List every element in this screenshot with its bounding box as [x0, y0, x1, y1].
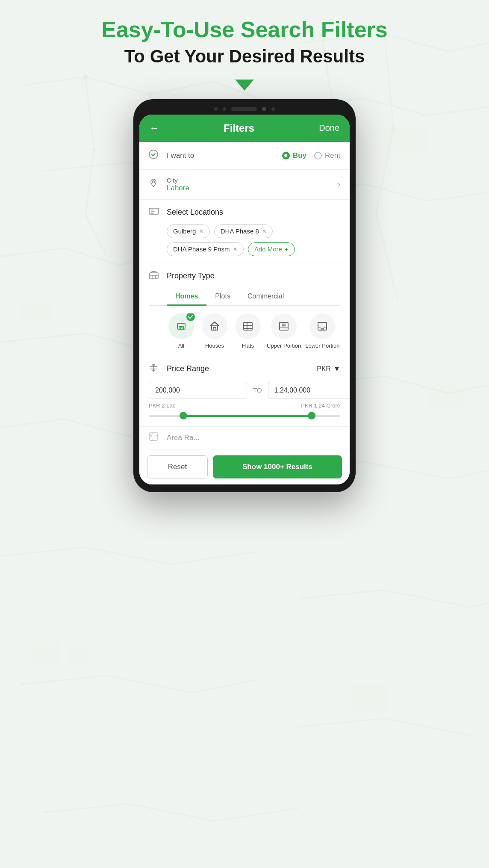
location-tags: Gulberg × DHA Phase 8 × DHA Phase 9 Pris… — [149, 224, 340, 256]
property-icons-list: All Houses — [149, 313, 340, 349]
price-sublabels: PKR 2 Lac PKR 1.24 Crore — [149, 402, 340, 409]
locations-icon — [149, 207, 161, 218]
want-to-label: I want to — [167, 151, 282, 160]
prop-icon-flats-circle — [235, 313, 261, 339]
notch-dot-2 — [223, 107, 226, 111]
phone-screen: ← Filters Done I want to Buy — [139, 115, 350, 484]
rent-radio-dot — [314, 152, 322, 159]
all-check-badge — [186, 313, 195, 321]
tag-label: Gulberg — [173, 227, 196, 235]
price-header-left: Price Range — [149, 363, 209, 375]
svg-rect-16 — [150, 273, 158, 279]
filter-title: Filters — [224, 122, 254, 134]
page-headline: Easy-To-Use Search Filters — [101, 17, 388, 43]
prop-label-all: All — [178, 342, 184, 349]
add-more-label: Add More — [254, 245, 282, 253]
show-results-button[interactable]: Show 1000+ Results — [213, 455, 342, 478]
location-tag-dha9[interactable]: DHA Phase 9 Prism × — [167, 242, 244, 256]
notch-dot-1 — [214, 107, 218, 111]
price-to-input[interactable] — [268, 382, 350, 399]
phone-notch — [139, 107, 350, 111]
svg-rect-15 — [149, 208, 159, 214]
property-type-title: Property Type — [167, 272, 215, 280]
notch-speaker — [231, 107, 257, 111]
svg-point-13 — [149, 150, 158, 159]
arrow-down-icon — [235, 80, 254, 91]
want-to-icon — [149, 150, 161, 162]
price-range-thumb-left[interactable] — [180, 412, 187, 419]
prop-label-upper: Upper Portion — [267, 342, 301, 349]
prop-icon-flats[interactable]: Flats — [233, 313, 262, 349]
prop-label-houses: Houses — [205, 342, 224, 349]
prop-label-lower: Lower Portion — [305, 342, 339, 349]
prop-icon-upper-circle — [271, 313, 297, 339]
property-tabs: Homes Plots Commercial — [149, 288, 340, 306]
price-range-section: Price Range PKR ▼ TO PKR 2 Lac PKR 1.24 … — [139, 356, 350, 427]
notch-camera — [262, 107, 266, 111]
price-range-title: Price Range — [167, 364, 209, 373]
price-to-label: PKR 1.24 Crore — [247, 402, 340, 409]
price-range-thumb-right[interactable] — [308, 412, 315, 419]
area-row-partial: Area Ra... — [139, 427, 350, 449]
svg-rect-20 — [244, 322, 252, 330]
tag-label: DHA Phase 8 — [221, 227, 259, 235]
tab-plots[interactable]: Plots — [206, 288, 239, 306]
price-range-fill — [183, 415, 312, 417]
filter-header: ← Filters Done — [139, 115, 350, 142]
remove-dha8-icon[interactable]: × — [262, 227, 266, 235]
prop-icon-lower[interactable]: Lower Portion — [305, 313, 339, 349]
done-button[interactable]: Done — [319, 123, 339, 133]
price-to-separator: TO — [253, 387, 262, 394]
reset-button[interactable]: Reset — [147, 455, 208, 478]
price-icon — [149, 363, 161, 375]
svg-rect-22 — [282, 323, 286, 327]
remove-dha9-icon[interactable]: × — [233, 245, 237, 253]
prop-icon-lower-circle — [309, 313, 335, 339]
svg-rect-10 — [351, 684, 389, 712]
price-from-input[interactable] — [149, 382, 247, 399]
tab-commercial[interactable]: Commercial — [239, 288, 292, 306]
area-icon — [149, 432, 161, 444]
currency-label: PKR — [317, 365, 331, 373]
buy-option[interactable]: Buy — [282, 151, 306, 160]
prop-icon-houses-circle — [202, 313, 227, 339]
buy-label: Buy — [293, 151, 306, 160]
rent-option[interactable]: Rent — [314, 151, 340, 160]
locations-title: Select Locations — [167, 208, 223, 217]
buy-rent-toggle: Buy Rent — [282, 151, 340, 160]
want-to-row: I want to Buy Rent — [139, 142, 350, 170]
city-value: Lahore — [167, 184, 338, 192]
currency-dropdown-icon: ▼ — [333, 365, 340, 373]
svg-rect-19 — [213, 328, 216, 330]
prop-icon-houses[interactable]: Houses — [200, 313, 229, 349]
location-tag-gulberg[interactable]: Gulberg × — [167, 224, 210, 238]
property-type-icon — [149, 270, 161, 282]
city-content: City Lahore — [167, 177, 338, 192]
svg-rect-8 — [68, 646, 94, 667]
property-type-header: Property Type — [149, 270, 340, 282]
prop-icon-all-circle — [168, 313, 194, 339]
remove-gulberg-icon[interactable]: × — [199, 227, 203, 235]
svg-rect-25 — [150, 433, 157, 440]
price-range-track[interactable] — [149, 415, 340, 417]
area-label-partial: Area Ra... — [167, 434, 200, 442]
rent-label: Rent — [325, 151, 340, 160]
phone-mockup: ← Filters Done I want to Buy — [133, 99, 356, 492]
prop-icon-upper[interactable]: Upper Portion — [267, 313, 301, 349]
tab-homes[interactable]: Homes — [167, 288, 206, 306]
bottom-bar: Reset Show 1000+ Results — [139, 449, 350, 484]
svg-rect-17 — [177, 323, 185, 329]
page-subheadline: To Get Your Desired Results — [124, 46, 365, 67]
location-tag-dha8[interactable]: DHA Phase 8 × — [214, 224, 273, 238]
city-chevron-icon: › — [338, 180, 340, 189]
currency-selector[interactable]: PKR ▼ — [317, 365, 340, 373]
city-label: City — [167, 177, 338, 184]
add-more-button[interactable]: Add More + — [248, 242, 295, 256]
notch-dot-3 — [271, 107, 275, 111]
price-header: Price Range PKR ▼ — [149, 363, 340, 375]
prop-icon-all[interactable]: All — [167, 313, 196, 349]
locations-header: Select Locations — [149, 207, 340, 218]
back-button[interactable]: ← — [150, 123, 159, 134]
city-row[interactable]: City Lahore › — [139, 170, 350, 200]
locations-section: Select Locations Gulberg × DHA Phase 8 ×… — [139, 200, 350, 263]
